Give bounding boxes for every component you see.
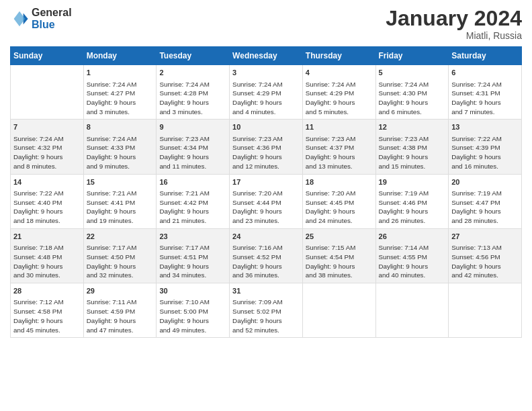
day-number: 15 bbox=[87, 177, 154, 187]
calendar-cell: 24Sunrise: 7:16 AMSunset: 4:52 PMDayligh… bbox=[230, 228, 303, 283]
day-info: Sunrise: 7:22 AMSunset: 4:40 PMDaylight:… bbox=[13, 189, 81, 226]
logo-icon bbox=[10, 9, 29, 28]
calendar-cell: 20Sunrise: 7:19 AMSunset: 4:47 PMDayligh… bbox=[449, 174, 522, 228]
logo: General Blue bbox=[10, 7, 72, 30]
logo-text: General Blue bbox=[32, 7, 72, 30]
day-number: 28 bbox=[13, 286, 81, 296]
day-info: Sunrise: 7:24 AMSunset: 4:28 PMDaylight:… bbox=[159, 80, 226, 117]
day-number: 21 bbox=[13, 232, 81, 242]
day-info: Sunrise: 7:24 AMSunset: 4:29 PMDaylight:… bbox=[232, 80, 300, 117]
logo-general-text: General bbox=[32, 7, 72, 19]
day-number: 20 bbox=[451, 177, 519, 187]
calendar-cell: 4Sunrise: 7:24 AMSunset: 4:29 PMDaylight… bbox=[302, 65, 375, 120]
day-number: 25 bbox=[306, 232, 373, 242]
calendar-cell: 30Sunrise: 7:10 AMSunset: 5:00 PMDayligh… bbox=[157, 283, 230, 338]
day-info: Sunrise: 7:13 AMSunset: 4:56 PMDaylight:… bbox=[451, 243, 519, 280]
page: General Blue January 2024 Miatli, Russia… bbox=[0, 0, 532, 411]
calendar-cell: 23Sunrise: 7:17 AMSunset: 4:51 PMDayligh… bbox=[157, 228, 230, 283]
calendar-week-row: 7Sunrise: 7:24 AMSunset: 4:32 PMDaylight… bbox=[11, 120, 522, 174]
col-thursday: Thursday bbox=[302, 47, 375, 65]
calendar-cell: 16Sunrise: 7:21 AMSunset: 4:42 PMDayligh… bbox=[157, 174, 230, 228]
day-number: 16 bbox=[159, 177, 226, 187]
day-info: Sunrise: 7:24 AMSunset: 4:29 PMDaylight:… bbox=[306, 80, 373, 117]
day-number: 10 bbox=[232, 122, 300, 132]
day-number: 1 bbox=[87, 68, 154, 78]
calendar-week-row: 21Sunrise: 7:18 AMSunset: 4:48 PMDayligh… bbox=[11, 228, 522, 283]
calendar-cell: 31Sunrise: 7:09 AMSunset: 5:02 PMDayligh… bbox=[230, 283, 303, 338]
calendar-cell: 1Sunrise: 7:24 AMSunset: 4:27 PMDaylight… bbox=[83, 65, 157, 120]
day-info: Sunrise: 7:15 AMSunset: 4:54 PMDaylight:… bbox=[306, 243, 373, 280]
day-info: Sunrise: 7:09 AMSunset: 5:02 PMDaylight:… bbox=[232, 298, 300, 334]
day-number: 18 bbox=[306, 177, 373, 187]
calendar-cell: 19Sunrise: 7:19 AMSunset: 4:46 PMDayligh… bbox=[375, 174, 449, 228]
calendar-week-row: 14Sunrise: 7:22 AMSunset: 4:40 PMDayligh… bbox=[11, 174, 522, 228]
day-info: Sunrise: 7:18 AMSunset: 4:48 PMDaylight:… bbox=[13, 243, 81, 280]
day-number: 9 bbox=[159, 122, 226, 132]
day-number: 26 bbox=[379, 232, 446, 242]
day-info: Sunrise: 7:11 AMSunset: 4:59 PMDaylight:… bbox=[87, 298, 154, 334]
calendar-cell: 14Sunrise: 7:22 AMSunset: 4:40 PMDayligh… bbox=[11, 174, 84, 228]
header: General Blue January 2024 Miatli, Russia bbox=[10, 7, 522, 41]
day-number: 17 bbox=[232, 177, 300, 187]
col-monday: Monday bbox=[83, 47, 157, 65]
day-info: Sunrise: 7:14 AMSunset: 4:55 PMDaylight:… bbox=[379, 243, 446, 280]
day-number: 29 bbox=[87, 286, 154, 296]
calendar-cell: 27Sunrise: 7:13 AMSunset: 4:56 PMDayligh… bbox=[449, 228, 522, 283]
calendar-cell: 8Sunrise: 7:24 AMSunset: 4:33 PMDaylight… bbox=[83, 120, 157, 174]
day-info: Sunrise: 7:10 AMSunset: 5:00 PMDaylight:… bbox=[159, 298, 226, 334]
calendar-cell: 21Sunrise: 7:18 AMSunset: 4:48 PMDayligh… bbox=[11, 228, 84, 283]
calendar-cell: 15Sunrise: 7:21 AMSunset: 4:41 PMDayligh… bbox=[83, 174, 157, 228]
day-info: Sunrise: 7:16 AMSunset: 4:52 PMDaylight:… bbox=[232, 243, 300, 280]
calendar-cell: 18Sunrise: 7:20 AMSunset: 4:45 PMDayligh… bbox=[302, 174, 375, 228]
logo-blue-text: Blue bbox=[32, 19, 72, 31]
day-number: 27 bbox=[451, 232, 519, 242]
day-number: 6 bbox=[451, 68, 519, 78]
col-tuesday: Tuesday bbox=[157, 47, 230, 65]
day-number: 23 bbox=[159, 232, 226, 242]
calendar-cell: 26Sunrise: 7:14 AMSunset: 4:55 PMDayligh… bbox=[375, 228, 449, 283]
col-wednesday: Wednesday bbox=[230, 47, 303, 65]
calendar-cell: 22Sunrise: 7:17 AMSunset: 4:50 PMDayligh… bbox=[83, 228, 157, 283]
day-info: Sunrise: 7:17 AMSunset: 4:51 PMDaylight:… bbox=[159, 243, 226, 280]
day-info: Sunrise: 7:19 AMSunset: 4:47 PMDaylight:… bbox=[451, 189, 519, 226]
day-info: Sunrise: 7:24 AMSunset: 4:31 PMDaylight:… bbox=[451, 80, 519, 117]
day-number: 24 bbox=[232, 232, 300, 242]
calendar-cell bbox=[375, 283, 449, 338]
calendar-cell: 2Sunrise: 7:24 AMSunset: 4:28 PMDaylight… bbox=[157, 65, 230, 120]
calendar-cell: 25Sunrise: 7:15 AMSunset: 4:54 PMDayligh… bbox=[302, 228, 375, 283]
calendar-cell bbox=[449, 283, 522, 338]
calendar-cell bbox=[302, 283, 375, 338]
day-number: 31 bbox=[232, 286, 300, 296]
day-info: Sunrise: 7:23 AMSunset: 4:36 PMDaylight:… bbox=[232, 134, 300, 171]
header-row: Sunday Monday Tuesday Wednesday Thursday… bbox=[11, 47, 522, 65]
day-info: Sunrise: 7:23 AMSunset: 4:37 PMDaylight:… bbox=[306, 134, 373, 171]
calendar-week-row: 28Sunrise: 7:12 AMSunset: 4:58 PMDayligh… bbox=[11, 283, 522, 338]
calendar-cell: 7Sunrise: 7:24 AMSunset: 4:32 PMDaylight… bbox=[11, 120, 84, 174]
calendar-cell: 13Sunrise: 7:22 AMSunset: 4:39 PMDayligh… bbox=[449, 120, 522, 174]
day-number: 13 bbox=[451, 122, 519, 132]
title-block: January 2024 Miatli, Russia bbox=[386, 7, 522, 41]
calendar-cell: 10Sunrise: 7:23 AMSunset: 4:36 PMDayligh… bbox=[230, 120, 303, 174]
location-subtitle: Miatli, Russia bbox=[386, 30, 522, 41]
calendar-cell: 9Sunrise: 7:23 AMSunset: 4:34 PMDaylight… bbox=[157, 120, 230, 174]
day-number: 2 bbox=[159, 68, 226, 78]
day-number: 30 bbox=[159, 286, 226, 296]
day-info: Sunrise: 7:24 AMSunset: 4:27 PMDaylight:… bbox=[87, 80, 154, 117]
day-info: Sunrise: 7:20 AMSunset: 4:45 PMDaylight:… bbox=[306, 189, 373, 226]
day-info: Sunrise: 7:17 AMSunset: 4:50 PMDaylight:… bbox=[87, 243, 154, 280]
calendar-cell: 6Sunrise: 7:24 AMSunset: 4:31 PMDaylight… bbox=[449, 65, 522, 120]
calendar-cell: 17Sunrise: 7:20 AMSunset: 4:44 PMDayligh… bbox=[230, 174, 303, 228]
calendar-cell bbox=[11, 65, 84, 120]
calendar-table: Sunday Monday Tuesday Wednesday Thursday… bbox=[10, 46, 522, 338]
day-number: 22 bbox=[87, 232, 154, 242]
day-number: 14 bbox=[13, 177, 81, 187]
col-friday: Friday bbox=[375, 47, 449, 65]
day-info: Sunrise: 7:12 AMSunset: 4:58 PMDaylight:… bbox=[13, 298, 81, 334]
day-info: Sunrise: 7:20 AMSunset: 4:44 PMDaylight:… bbox=[232, 189, 300, 226]
day-info: Sunrise: 7:24 AMSunset: 4:33 PMDaylight:… bbox=[87, 134, 154, 171]
main-title: January 2024 bbox=[386, 7, 522, 30]
day-number: 8 bbox=[87, 122, 154, 132]
day-info: Sunrise: 7:24 AMSunset: 4:30 PMDaylight:… bbox=[379, 80, 446, 117]
day-info: Sunrise: 7:23 AMSunset: 4:38 PMDaylight:… bbox=[379, 134, 446, 171]
day-number: 4 bbox=[306, 68, 373, 78]
